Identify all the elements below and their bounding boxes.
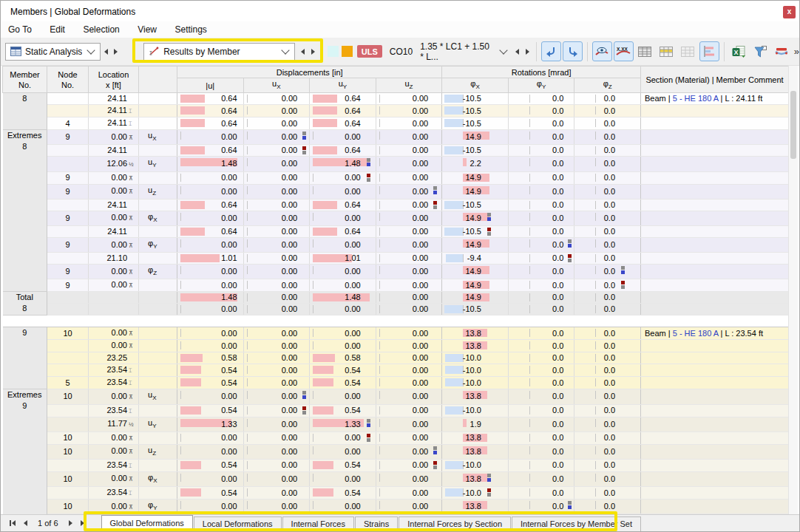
table-row[interactable]: 23.54⌶0.540.000.540.00-10.00.00.0 xyxy=(3,459,789,471)
value-cell[interactable]: 0.00 xyxy=(243,93,310,105)
value-cell[interactable]: 1.9 xyxy=(442,417,509,432)
tab-internal-forces-by-member-set[interactable]: Internal Forces by Member Set xyxy=(512,516,641,531)
value-cell[interactable]: 0.00 xyxy=(243,340,310,352)
value-cell[interactable]: 0.00 xyxy=(376,377,442,389)
value-cell[interactable]: 0.0 xyxy=(574,292,641,304)
value-cell[interactable]: 0.00 xyxy=(243,459,310,471)
value-cell[interactable]: 0.00 xyxy=(243,279,310,292)
value-cell[interactable]: 0.00 xyxy=(177,304,244,316)
location-cell[interactable]: 24.11 xyxy=(89,93,139,105)
value-cell[interactable]: 0.00 xyxy=(310,389,376,404)
value-cell[interactable]: 0.54 xyxy=(177,404,244,417)
value-cell[interactable]: 0.00 xyxy=(243,171,310,184)
value-cell[interactable]: 14.9 xyxy=(442,184,509,199)
value-cell[interactable]: 0.00 xyxy=(376,199,442,211)
value-cell[interactable]: 0.00 xyxy=(243,253,310,265)
value-cell[interactable]: 0.64 xyxy=(310,225,376,237)
value-cell[interactable]: 0.0 xyxy=(574,304,641,316)
value-cell[interactable]: 0.0 xyxy=(574,130,641,145)
value-cell[interactable]: 0.0 xyxy=(508,117,574,130)
value-cell[interactable]: 14.9 xyxy=(442,237,509,252)
value-cell[interactable]: 0.0 xyxy=(574,265,641,279)
tab-global-deformations[interactable]: Global Deformations xyxy=(101,515,193,531)
value-cell[interactable]: 0.00 xyxy=(376,352,442,364)
value-cell[interactable]: 0.00 xyxy=(243,265,310,279)
value-cell[interactable]: 0.0 xyxy=(574,145,641,157)
value-cell[interactable]: 0.00 xyxy=(243,237,310,252)
value-cell[interactable]: 0.00 xyxy=(243,364,310,377)
value-cell[interactable]: 0.00 xyxy=(376,279,442,292)
value-cell[interactable]: 0.0 xyxy=(508,253,574,265)
node-cell[interactable]: 10 xyxy=(47,389,89,404)
value-cell[interactable]: 0.0 xyxy=(574,93,641,105)
value-cell[interactable]: 0.54 xyxy=(177,364,244,377)
value-cell[interactable]: 0.00 xyxy=(243,471,310,486)
value-cell[interactable]: 13.8 xyxy=(442,389,509,404)
location-cell[interactable]: 23.54⌶ xyxy=(89,487,139,499)
table-row[interactable]: 824.110.640.000.640.00-10.50.00.0Beam | … xyxy=(3,93,789,105)
results-next-button[interactable] xyxy=(308,44,318,60)
value-cell[interactable]: 0.64 xyxy=(177,145,244,157)
location-cell[interactable]: 24.11 xyxy=(89,145,139,157)
node-cell[interactable] xyxy=(47,459,89,471)
value-cell[interactable]: 0.0 xyxy=(508,352,574,364)
value-cell[interactable]: 0.00 xyxy=(243,404,310,417)
node-cell[interactable]: 9 xyxy=(47,279,89,292)
results-by-member-combo[interactable]: Results by Member xyxy=(143,43,295,61)
table-row[interactable]: 100.00⊼0.000.000.000.0013.80.00.0 xyxy=(3,432,789,444)
table-row[interactable]: Extremes9100.00⊼uX0.000.000.000.0013.80.… xyxy=(3,389,789,404)
value-cell[interactable]: 0.00 xyxy=(310,471,376,486)
tab-local-deformations[interactable]: Local Deformations xyxy=(194,516,282,531)
value-cell[interactable]: -10.5 xyxy=(442,145,509,157)
table-row[interactable]: 23.54⌶0.540.000.540.00-10.00.00.0 xyxy=(3,364,789,377)
value-cell[interactable]: 1.48 xyxy=(177,157,244,171)
pager-next-button[interactable] xyxy=(64,516,78,530)
value-cell[interactable]: 1.01 xyxy=(177,253,244,265)
node-cell[interactable] xyxy=(47,145,89,157)
value-cell[interactable]: 0.00 xyxy=(376,471,442,486)
table-row[interactable]: 24.110.640.000.640.00-10.50.00.0 xyxy=(3,199,789,211)
value-cell[interactable]: 13.8 xyxy=(442,499,509,514)
value-cell[interactable]: 0.0 xyxy=(574,459,641,471)
value-cell[interactable]: 0.00 xyxy=(177,279,244,292)
node-cell[interactable]: 4 xyxy=(47,117,89,130)
table-row[interactable]: 9100.00⊼0.000.000.000.0013.80.00.0Beam |… xyxy=(3,327,789,340)
section-cell[interactable]: Beam | 5 - HE 180 A | L : 24.11 ft xyxy=(641,93,789,105)
jump-to-graphic-button[interactable] xyxy=(541,41,561,61)
scrollbar-thumb[interactable] xyxy=(790,91,796,159)
value-cell[interactable]: -10.0 xyxy=(442,404,509,417)
value-cell[interactable]: 0.0 xyxy=(574,499,641,514)
value-cell[interactable]: 0.00 xyxy=(177,265,244,279)
value-cell[interactable]: 0.0 xyxy=(574,327,641,340)
value-cell[interactable]: 0.00 xyxy=(376,340,442,352)
value-cell[interactable]: 0.0 xyxy=(574,432,641,444)
table-row[interactable]: 11.77½uY1.330.001.330.001.90.00.0 xyxy=(3,417,789,432)
location-cell[interactable]: 0.00⊼ xyxy=(89,211,139,225)
value-cell[interactable]: 0.0 xyxy=(574,279,641,292)
filter-button[interactable] xyxy=(750,41,770,61)
menu-settings[interactable]: Settings xyxy=(167,21,214,35)
value-cell[interactable]: 0.0 xyxy=(508,130,574,145)
value-cell[interactable]: 0.54 xyxy=(177,487,244,499)
value-cell[interactable]: 0.00 xyxy=(243,432,310,444)
load-combination-combo[interactable]: 1.35 * LC1 + 1.50 * L... xyxy=(420,41,508,62)
location-cell[interactable]: 11.77½ xyxy=(89,417,139,432)
location-cell[interactable]: 24.11⌶ xyxy=(89,117,139,130)
value-cell[interactable]: 0.00 xyxy=(310,211,376,225)
value-cell[interactable]: 0.00 xyxy=(243,130,310,145)
jump-to-table-button[interactable] xyxy=(563,41,583,61)
vertical-scrollbar[interactable] xyxy=(788,66,798,515)
value-cell[interactable]: 0.00 xyxy=(243,292,310,304)
analysis-next-button[interactable] xyxy=(111,44,121,60)
node-cell[interactable]: 10 xyxy=(47,327,89,340)
value-cell[interactable]: 0.00 xyxy=(310,184,376,199)
value-cell[interactable]: 0.0 xyxy=(508,105,574,117)
node-cell[interactable]: 9 xyxy=(47,184,89,199)
location-cell[interactable]: 21.10 xyxy=(89,253,139,265)
location-cell[interactable]: 0.00⊼ xyxy=(89,130,139,145)
value-cell[interactable]: 13.8 xyxy=(442,471,509,486)
table-row[interactable]: 24.110.640.000.640.00-10.50.00.0 xyxy=(3,225,789,237)
value-cell[interactable]: 1.33 xyxy=(310,417,376,432)
value-cell[interactable]: 0.00 xyxy=(177,211,244,225)
menu-goto[interactable]: Go To xyxy=(1,21,39,35)
